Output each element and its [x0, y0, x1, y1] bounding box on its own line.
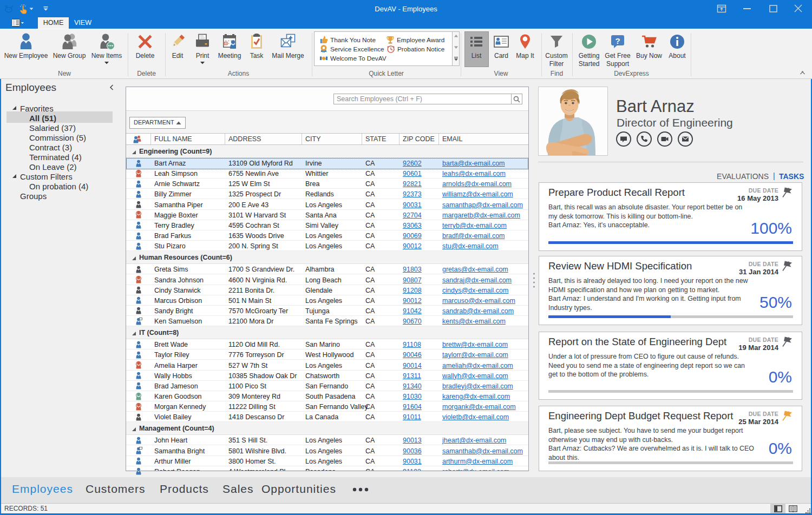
svg-text:?: ? [615, 36, 620, 45]
